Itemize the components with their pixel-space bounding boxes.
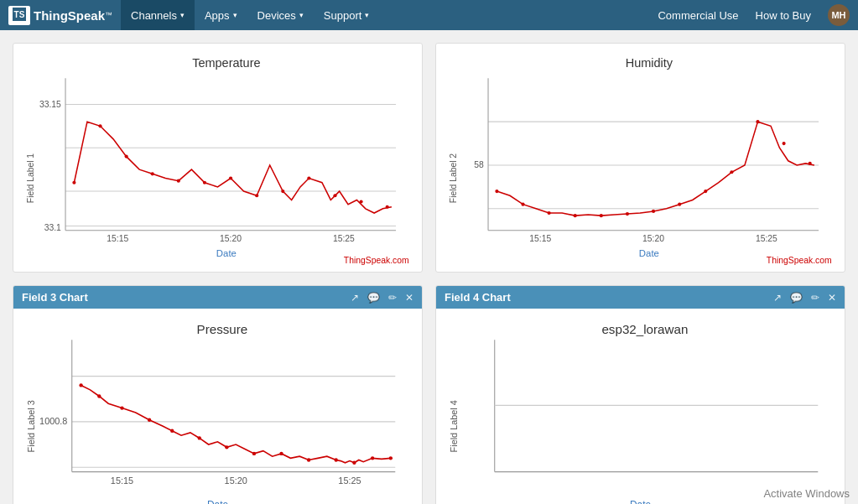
pressure-chart-card: Field 3 Chart ↗ 💬 ✏ ✕ Pressure Field Lab…: [13, 285, 423, 504]
commercial-use-link[interactable]: Commercial Use: [658, 9, 738, 22]
svg-text:15:15: 15:15: [529, 234, 551, 243]
support-caret: ▾: [365, 11, 369, 19]
field4-title: esp32_lorawan: [601, 322, 688, 336]
pressure-header-icons: ↗ 💬 ✏ ✕: [351, 292, 413, 304]
navbar: TS ThingSpeak™ Channels ▾ Apps ▾ Devices…: [0, 0, 858, 30]
nav-item-devices[interactable]: Devices ▾: [247, 0, 314, 30]
svg-point-58: [148, 418, 151, 422]
svg-text:15:20: 15:20: [642, 234, 664, 243]
svg-text:33.15: 33.15: [39, 100, 61, 109]
nav-label-devices: Devices: [257, 9, 296, 22]
svg-text:33.1: 33.1: [44, 223, 61, 232]
field4-header-icons: ↗ 💬 ✏ ✕: [773, 292, 836, 304]
svg-point-44: [783, 142, 786, 145]
nav-label-apps: Apps: [205, 9, 230, 22]
brand-tm: ™: [105, 11, 112, 19]
svg-point-61: [225, 445, 228, 449]
svg-point-23: [386, 205, 389, 209]
svg-point-65: [335, 459, 338, 462]
nav-item-support[interactable]: Support ▾: [314, 0, 380, 30]
svg-text:15:25: 15:25: [756, 234, 777, 243]
temperature-y-label: Field Label 1: [26, 153, 35, 204]
svg-text:TS: TS: [14, 10, 25, 19]
svg-point-33: [495, 190, 498, 193]
humidity-x-label: Date: [639, 248, 659, 258]
svg-point-55: [79, 384, 82, 387]
main-content: Temperature Field Label 1 33.15 33.1 15:…: [0, 30, 858, 504]
nav-item-channels[interactable]: Channels ▾: [121, 0, 195, 30]
svg-point-64: [307, 459, 310, 462]
svg-point-62: [252, 452, 256, 455]
svg-text:58: 58: [474, 160, 484, 169]
svg-text:15:15: 15:15: [111, 475, 133, 486]
svg-point-37: [600, 214, 603, 217]
svg-text:15:25: 15:25: [333, 234, 355, 243]
svg-point-40: [678, 203, 681, 206]
how-to-buy-link[interactable]: How to Buy: [756, 9, 811, 22]
svg-point-16: [203, 181, 206, 184]
svg-point-67: [371, 456, 374, 460]
svg-point-35: [548, 211, 551, 215]
devices-caret: ▾: [299, 11, 304, 19]
svg-point-34: [521, 203, 524, 206]
svg-point-12: [98, 124, 101, 127]
pressure-comment-icon[interactable]: 💬: [367, 292, 380, 304]
svg-text:15:25: 15:25: [338, 475, 361, 486]
svg-point-21: [333, 194, 336, 197]
field4-chart-header: Field 4 Chart ↗ 💬 ✏ ✕: [436, 286, 845, 309]
svg-point-42: [730, 170, 733, 174]
svg-text:15:15: 15:15: [107, 234, 128, 243]
pressure-y-label: Field Label 3: [26, 400, 36, 452]
temperature-watermark: ThingSpeak.com: [344, 256, 409, 265]
humidity-chart: Humidity Field Label 2 58 15:15 15:20 15…: [440, 48, 840, 265]
svg-point-59: [170, 429, 174, 433]
svg-point-38: [626, 212, 629, 216]
svg-point-57: [120, 407, 123, 410]
svg-point-45: [809, 162, 812, 165]
apps-caret: ▾: [233, 11, 237, 19]
humidity-watermark: ThingSpeak.com: [767, 256, 832, 265]
nav-item-apps[interactable]: Apps ▾: [195, 0, 247, 30]
field4-chart-card: Field 4 Chart ↗ 💬 ✏ ✕ esp32_lorawan Fiel…: [435, 285, 845, 504]
field4-edit-icon[interactable]: ✏: [811, 292, 819, 304]
logo-icon: TS: [13, 8, 26, 21]
pressure-chart-header: Field 3 Chart ↗ 💬 ✏ ✕: [13, 286, 422, 309]
svg-point-20: [307, 176, 310, 179]
humidity-title: Humidity: [626, 56, 673, 70]
svg-point-11: [72, 181, 75, 184]
svg-point-36: [574, 214, 577, 217]
pressure-chart: Pressure Field Label 3 1000.8 15:15 15:2…: [22, 317, 413, 504]
svg-point-13: [125, 155, 128, 158]
nav-right: Commercial Use How to Buy MH: [658, 4, 850, 26]
channels-caret: ▾: [180, 11, 185, 19]
field4-x-label: Date: [630, 499, 652, 504]
field4-header-title: Field 4 Chart: [445, 291, 511, 304]
brand-name: ThingSpeak: [34, 8, 105, 23]
temperature-x-label: Date: [216, 248, 237, 258]
svg-point-66: [352, 461, 356, 465]
field4-close-icon[interactable]: ✕: [828, 292, 836, 304]
field4-external-link-icon[interactable]: ↗: [773, 292, 782, 304]
nav-menu: Channels ▾ Apps ▾ Devices ▾ Support ▾: [121, 0, 379, 30]
temperature-title: Temperature: [192, 56, 260, 70]
svg-text:15:20: 15:20: [220, 234, 242, 243]
pressure-edit-icon[interactable]: ✏: [388, 292, 397, 304]
humidity-chart-card: Humidity Field Label 2 58 15:15 15:20 15…: [435, 43, 845, 273]
activate-windows-text: Activate Windows: [763, 487, 850, 500]
svg-text:15:20: 15:20: [225, 475, 247, 486]
temperature-chart-card: Temperature Field Label 1 33.15 33.1 15:…: [13, 43, 423, 273]
temperature-chart: Temperature Field Label 1 33.15 33.1 15:…: [18, 48, 418, 265]
svg-point-15: [177, 179, 180, 183]
pressure-close-icon[interactable]: ✕: [405, 292, 413, 304]
user-avatar[interactable]: MH: [828, 4, 850, 26]
field4-comment-icon[interactable]: 💬: [790, 292, 803, 304]
svg-point-17: [229, 176, 232, 179]
nav-label-support: Support: [324, 9, 362, 22]
svg-point-14: [151, 172, 154, 175]
logo-box: TS: [8, 6, 30, 25]
field4-chart: esp32_lorawan Field Label 4 Date ThingSp…: [445, 317, 836, 504]
pressure-title: Pressure: [197, 322, 248, 336]
brand-logo[interactable]: TS ThingSpeak™: [8, 6, 112, 25]
pressure-external-link-icon[interactable]: ↗: [351, 292, 359, 304]
field4-y-label: Field Label 4: [449, 400, 459, 452]
